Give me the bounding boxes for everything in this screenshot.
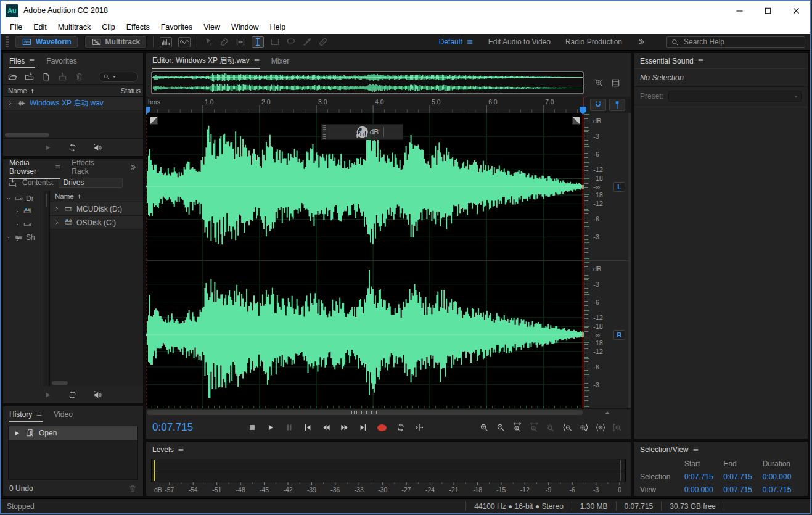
menu-clip[interactable]: Clip xyxy=(96,23,121,31)
scrollbar-thumb[interactable] xyxy=(5,133,49,137)
preview-loop-icon[interactable] xyxy=(68,143,77,152)
panel-menu-icon[interactable] xyxy=(697,57,704,64)
maximize-button[interactable] xyxy=(753,1,782,20)
tab-mixer[interactable]: Mixer xyxy=(271,57,289,65)
menu-view[interactable]: View xyxy=(198,23,226,31)
tab-levels[interactable]: Levels xyxy=(152,445,184,454)
skip-to-end-button[interactable] xyxy=(359,423,367,432)
zoom-in-full-button[interactable] xyxy=(512,422,522,432)
snap-toggle-button[interactable] xyxy=(590,99,606,111)
preview-autoplay-icon[interactable] xyxy=(93,390,103,400)
menu-effects[interactable]: Effects xyxy=(121,23,155,31)
file-row[interactable]: Windows XP 启动.wav xyxy=(3,97,143,110)
column-name[interactable]: Name xyxy=(8,87,36,94)
search-help-input[interactable] xyxy=(683,37,801,47)
selection-end-value[interactable]: 0:07.715 xyxy=(723,472,762,481)
contents-dropdown[interactable]: Drives xyxy=(59,178,123,188)
tree-item-drives[interactable]: Dr xyxy=(3,192,44,205)
column-name[interactable]: Name xyxy=(55,192,83,200)
tab-media-browser[interactable]: Media Browser xyxy=(9,159,60,176)
zoom-out-button[interactable] xyxy=(496,422,506,432)
time-selection-tool-button[interactable] xyxy=(252,36,264,48)
fade-in-handle[interactable] xyxy=(150,117,158,125)
chevron-right-icon[interactable] xyxy=(14,208,20,215)
menu-window[interactable]: Window xyxy=(226,23,264,31)
overview-waveform[interactable] xyxy=(152,72,583,93)
spectral-pitch-display-button[interactable] xyxy=(178,37,191,47)
chevron-right-icon[interactable] xyxy=(7,100,14,107)
view-start-value[interactable]: 0:00.000 xyxy=(684,485,723,494)
timeline-ruler[interactable]: hms1.02.03.04.05.06.07.0 xyxy=(146,97,584,113)
tab-files[interactable]: Files xyxy=(9,57,35,65)
waveform-view-button[interactable]: Waveform xyxy=(15,36,78,49)
tree-splitter[interactable] xyxy=(44,191,49,386)
zoom-in-at-in-point-button[interactable] xyxy=(562,422,572,432)
chevron-right-icon[interactable] xyxy=(14,221,20,228)
workspace-radio-production[interactable]: Radio Production xyxy=(565,38,622,46)
tab-video[interactable]: Video xyxy=(54,410,72,419)
view-end-value[interactable]: 0:07.715 xyxy=(723,485,762,494)
amplitude-scale[interactable]: dB-3-6-12-18-∞-18-12-6-3LdB-3-6-12-18-∞-… xyxy=(584,113,631,408)
selection-start-value[interactable]: 0:07.715 xyxy=(684,472,723,481)
spectral-frequency-display-button[interactable] xyxy=(160,37,172,47)
zoom-navigator-icon[interactable] xyxy=(594,78,604,88)
drive-row[interactable]: MCUDisk (D:) xyxy=(50,202,143,216)
panel-menu-icon[interactable] xyxy=(36,411,43,418)
skip-to-start-button[interactable] xyxy=(303,423,312,432)
panel-menu-icon[interactable] xyxy=(253,57,260,64)
tab-effects-rack[interactable]: Effects Rack xyxy=(72,159,107,176)
workspace-menu-icon[interactable] xyxy=(466,38,474,46)
zoom-in-button[interactable] xyxy=(479,422,489,432)
toolbar-grip[interactable] xyxy=(6,36,9,47)
time-display[interactable]: 0:07.715 xyxy=(152,421,248,434)
import-dropdown-icon[interactable] xyxy=(8,178,17,187)
menu-multitrack[interactable]: Multitrack xyxy=(52,23,96,31)
tree-item-osdisk[interactable] xyxy=(3,205,44,218)
slip-tool-button[interactable] xyxy=(236,37,245,47)
import-files-icon[interactable] xyxy=(25,72,34,81)
db-scale-channel-L[interactable]: dB-3-6-12-18-∞-18-12-6-3L xyxy=(584,113,631,260)
files-search-field[interactable] xyxy=(99,72,138,82)
panel-menu-icon[interactable] xyxy=(178,446,184,453)
scrollbar-thumb[interactable] xyxy=(52,381,68,385)
chevron-right-icon[interactable] xyxy=(54,219,60,226)
tab-essential-sound[interactable]: Essential Sound xyxy=(640,57,704,65)
channel-badge-R[interactable]: R xyxy=(613,330,625,340)
tab-editor[interactable]: Editor: Windows XP 启动.wav xyxy=(152,56,260,66)
pin-hud-icon[interactable] xyxy=(388,128,398,137)
scrollbar-thumb[interactable] xyxy=(147,410,583,415)
open-file-icon[interactable] xyxy=(8,72,17,81)
tree-item-mcudisk[interactable] xyxy=(3,218,44,231)
workspace-edit-audio-to-video[interactable]: Edit Audio to Video xyxy=(488,38,551,46)
db-scale-channel-R[interactable]: dB-3-6-12-18-∞-18-12-6-3R xyxy=(584,260,631,408)
workspace-overflow-icon[interactable] xyxy=(637,38,646,46)
drive-row[interactable]: OSDisk (C:) xyxy=(50,216,143,229)
display-options-icon[interactable] xyxy=(611,78,620,88)
view-duration-value[interactable]: 0:07.715 xyxy=(763,485,802,494)
panel-menu-icon[interactable] xyxy=(28,57,35,64)
skip-selection-button[interactable] xyxy=(415,423,424,432)
preview-autoplay-icon[interactable] xyxy=(93,143,103,152)
record-button[interactable] xyxy=(377,424,387,431)
menu-help[interactable]: Help xyxy=(264,23,291,31)
close-button[interactable] xyxy=(782,1,810,20)
new-file-icon[interactable] xyxy=(41,72,51,81)
tab-selection-view[interactable]: Selection/View xyxy=(640,445,699,454)
waveform-canvas[interactable]: +0 dB xyxy=(146,113,584,408)
chevron-down-icon[interactable] xyxy=(6,196,12,202)
amplitude-scrollbar[interactable] xyxy=(628,113,631,408)
zoom-navigator[interactable] xyxy=(151,71,584,94)
chevron-down-icon[interactable] xyxy=(6,234,12,241)
tree-item-shortcuts[interactable]: Sh xyxy=(3,231,44,244)
loop-playback-button[interactable] xyxy=(396,423,405,432)
fade-out-handle[interactable] xyxy=(572,117,580,125)
scrollbar-corner[interactable] xyxy=(584,409,631,416)
workspace-default[interactable]: Default xyxy=(439,38,474,46)
play-button[interactable] xyxy=(266,423,275,432)
zoom-in-at-out-point-button[interactable] xyxy=(579,422,589,432)
tab-overflow-icon[interactable] xyxy=(129,163,137,171)
chevron-right-icon[interactable] xyxy=(54,205,60,212)
tab-history[interactable]: History xyxy=(9,410,43,419)
add-marker-button[interactable] xyxy=(609,99,625,111)
channel-badge-L[interactable]: L xyxy=(613,182,625,192)
